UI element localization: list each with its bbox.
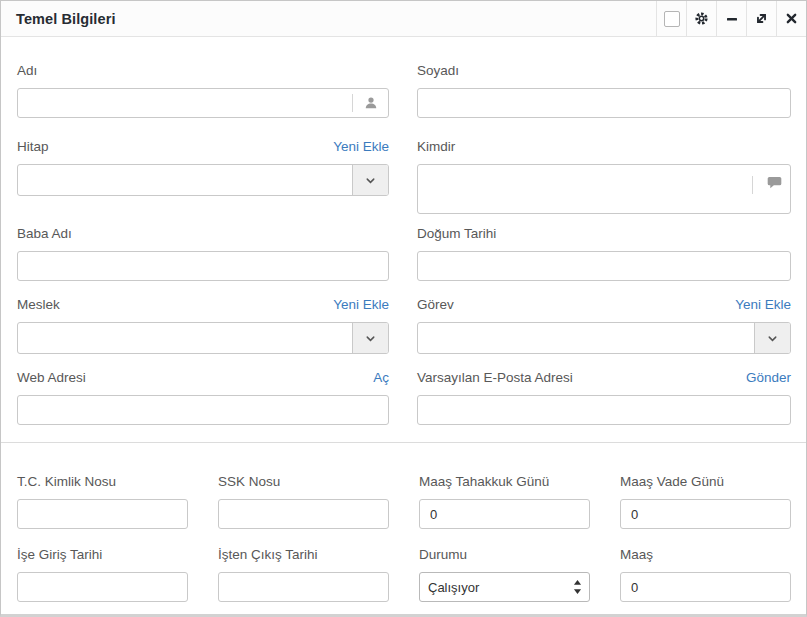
field-baba-adi: Baba Adı: [17, 226, 389, 281]
close-button[interactable]: [776, 1, 806, 36]
row-meslek-gorev: Meslek Yeni Ekle Görev Yeni Ekle: [17, 297, 789, 354]
field-ise-giris: İşe Giriş Tarihi: [17, 547, 188, 602]
expand-icon: [755, 12, 768, 25]
select-checkbox[interactable]: [656, 1, 686, 36]
web-adresi-ac-link[interactable]: Aç: [373, 370, 389, 385]
kimdir-label: Kimdir: [417, 139, 455, 154]
adi-label: Adı: [17, 63, 37, 78]
row-tarih-durum-maas: İşe Giriş Tarihi İşten Çıkış Tarihi Duru…: [17, 547, 789, 602]
panel-header-buttons: [656, 1, 806, 36]
employment-section: T.C. Kimlik Nosu SSK Nosu Maaş Tahakkuk …: [17, 443, 789, 602]
field-soyadi: Soyadı: [417, 63, 791, 118]
checkbox: [664, 11, 680, 27]
maas-vade-label: Maaş Vade Günü: [620, 474, 724, 489]
field-gorev: Görev Yeni Ekle: [417, 297, 791, 354]
maas-tahakkuk-input[interactable]: [419, 499, 590, 529]
field-ssk-nosu: SSK Nosu: [218, 474, 389, 529]
field-maas-tahakkuk: Maaş Tahakkuk Günü: [419, 474, 590, 529]
baba-adi-input[interactable]: [17, 251, 389, 281]
maas-label: Maaş: [620, 547, 653, 562]
meslek-select[interactable]: [17, 322, 389, 354]
textarea-divider: [752, 176, 753, 194]
durumu-label: Durumu: [419, 547, 467, 562]
isten-cikis-input[interactable]: [218, 572, 389, 602]
chevron-down-icon: [754, 323, 790, 353]
gorev-label: Görev: [417, 297, 454, 312]
row-nosu-maas-gunleri: T.C. Kimlik Nosu SSK Nosu Maaş Tahakkuk …: [17, 474, 789, 529]
panel-header: Temel Bilgileri: [1, 1, 806, 37]
dogum-tarihi-label: Doğum Tarihi: [417, 226, 496, 241]
maas-input[interactable]: [620, 572, 791, 602]
gorev-yeni-ekle-link[interactable]: Yeni Ekle: [735, 297, 791, 312]
ssk-nosu-input[interactable]: [218, 499, 389, 529]
panel-title: Temel Bilgileri: [1, 11, 116, 27]
close-icon: [786, 13, 797, 24]
gear-icon: [694, 11, 709, 26]
soyadi-input[interactable]: [417, 88, 791, 118]
row-baba-dogum: Baba Adı Doğum Tarihi: [17, 226, 789, 281]
row-adi-soyadi: Adı Soyadı: [17, 63, 789, 118]
hitap-label: Hitap: [17, 139, 49, 154]
web-adresi-label: Web Adresi: [17, 370, 86, 385]
user-icon[interactable]: [353, 88, 389, 118]
hitap-yeni-ekle-link[interactable]: Yeni Ekle: [333, 139, 389, 154]
ise-giris-label: İşe Giriş Tarihi: [17, 547, 102, 562]
ssk-nosu-label: SSK Nosu: [218, 474, 280, 489]
field-meslek: Meslek Yeni Ekle: [17, 297, 389, 354]
field-adi: Adı: [17, 63, 389, 118]
field-maas-vade: Maaş Vade Günü: [620, 474, 791, 529]
adi-input[interactable]: [17, 88, 389, 118]
maas-vade-input[interactable]: [620, 499, 791, 529]
minimize-button[interactable]: [716, 1, 746, 36]
temel-bilgileri-panel: Temel Bilgileri: [0, 0, 807, 617]
chevron-down-icon: [352, 323, 388, 353]
field-eposta: Varsayılan E-Posta Adresi Gönder: [417, 370, 791, 425]
expand-button[interactable]: [746, 1, 776, 36]
eposta-label: Varsayılan E-Posta Adresi: [417, 370, 573, 385]
field-durumu: Durumu Çalışıyor: [419, 547, 590, 602]
kimdir-textarea[interactable]: [417, 164, 791, 214]
field-isten-cikis: İşten Çıkış Tarihi: [218, 547, 389, 602]
row-hitap-kimdir: Hitap Yeni Ekle Kimdir: [17, 139, 789, 218]
chevron-down-icon: [352, 165, 388, 195]
gorev-select[interactable]: [417, 322, 791, 354]
meslek-label: Meslek: [17, 297, 60, 312]
hitap-select[interactable]: [17, 164, 389, 196]
ise-giris-input[interactable]: [17, 572, 188, 602]
tc-kimlik-input[interactable]: [17, 499, 188, 529]
field-kimdir: Kimdir: [417, 139, 791, 218]
field-dogum-tarihi: Doğum Tarihi: [417, 226, 791, 281]
field-tc-kimlik: T.C. Kimlik Nosu: [17, 474, 188, 529]
soyadi-label: Soyadı: [417, 63, 459, 78]
field-hitap: Hitap Yeni Ekle: [17, 139, 389, 218]
dogum-tarihi-input[interactable]: [417, 251, 791, 281]
settings-button[interactable]: [686, 1, 716, 36]
comment-icon[interactable]: [767, 176, 782, 190]
field-web-adresi: Web Adresi Aç: [17, 370, 389, 425]
baba-adi-label: Baba Adı: [17, 226, 72, 241]
meslek-yeni-ekle-link[interactable]: Yeni Ekle: [333, 297, 389, 312]
field-maas: Maaş: [620, 547, 791, 602]
durumu-select[interactable]: Çalışıyor: [419, 572, 590, 602]
form-body: Adı Soyadı: [1, 37, 806, 602]
row-web-eposta: Web Adresi Aç Varsayılan E-Posta Adresi …: [17, 370, 789, 425]
tc-kimlik-label: T.C. Kimlik Nosu: [17, 474, 116, 489]
minus-icon: [726, 13, 738, 25]
web-adresi-input[interactable]: [17, 395, 389, 425]
eposta-gonder-link[interactable]: Gönder: [746, 370, 791, 385]
maas-tahakkuk-label: Maaş Tahakkuk Günü: [419, 474, 549, 489]
eposta-input[interactable]: [417, 395, 791, 425]
isten-cikis-label: İşten Çıkış Tarihi: [218, 547, 318, 562]
